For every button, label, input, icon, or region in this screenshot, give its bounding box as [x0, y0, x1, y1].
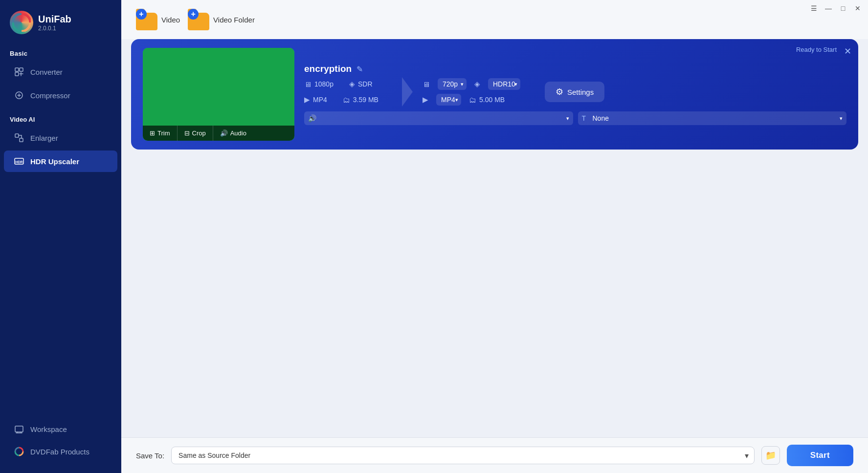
video-title-row: encryption ✎ — [304, 64, 846, 74]
dvdfab-label: DVDFab Products — [30, 448, 89, 456]
close-button[interactable]: ✕ — [853, 4, 862, 13]
workspace-icon — [14, 424, 24, 434]
output-hdr-item: ◈ — [467, 78, 488, 90]
add-video-button[interactable]: + Video — [136, 9, 180, 30]
sidebar-item-compressor[interactable]: Compressor — [4, 85, 117, 106]
add-folder-icon-wrap: + — [188, 9, 209, 30]
audio-subtitle-row: 🔊 Track 1 Track 2 ▾ T None — [304, 111, 846, 125]
compressor-label: Compressor — [30, 91, 70, 100]
input-col: 🖥 1080p ◈ SDR ▶ — [304, 78, 392, 106]
sidebar-item-dvdfab[interactable]: DVDFab Products — [4, 441, 117, 462]
start-button[interactable]: Start — [787, 445, 853, 466]
basic-section-label: Basic — [0, 45, 121, 60]
output-col: 🖥 720p 1080p 4K — [423, 78, 540, 106]
size-icon: 🗂 — [343, 96, 350, 104]
add-folder-button[interactable]: + Video Folder — [188, 9, 255, 30]
audio-label: Audio — [230, 129, 246, 137]
main-content: ☰ — □ ✕ + Video + Video Folder — [121, 0, 868, 473]
video-thumbnail: ⊞ Trim ⊟ Crop 🔊 Audio — [143, 48, 294, 141]
video-title: encryption — [304, 64, 352, 74]
input-resolution: 1080p — [314, 80, 334, 88]
settings-label: Settings — [567, 88, 594, 96]
start-label: Start — [810, 451, 830, 460]
card-status: Ready to Start — [796, 46, 837, 53]
output-meta-row-2: ▶ MP4 MKV AVI 🗂 — [423, 93, 540, 106]
hdr-icon: ◈ — [349, 80, 355, 88]
input-hdr: SDR — [358, 80, 373, 88]
sidebar-logo: UniFab 2.0.0.1 — [0, 0, 121, 45]
svg-rect-3 — [15, 72, 19, 76]
sidebar: UniFab 2.0.0.1 Basic Converter — [0, 0, 121, 473]
trim-icon: ⊞ — [150, 129, 155, 137]
format-select[interactable]: MP4 MKV AVI — [436, 94, 461, 106]
sidebar-item-hdr-upscaler[interactable]: HDR HDR Upscaler — [4, 150, 117, 172]
trim-label: Trim — [157, 129, 170, 137]
add-video-label: Video — [161, 16, 180, 24]
resolution-select[interactable]: 720p 1080p 4K — [438, 78, 467, 90]
audio-icon: 🔊 — [220, 129, 228, 137]
save-path-select[interactable]: Same as Source Folder Custom... — [171, 447, 755, 464]
audio-track-select[interactable]: Track 1 Track 2 — [304, 111, 573, 125]
sidebar-item-converter[interactable]: Converter — [4, 61, 117, 83]
settings-button[interactable]: ⚙ Settings — [545, 82, 604, 102]
output-size: 5.00 MB — [479, 96, 505, 104]
format-select-wrap: MP4 MKV AVI — [436, 94, 461, 106]
converter-icon — [14, 66, 24, 77]
subtitle-select-wrap: T None English ▾ — [578, 111, 847, 125]
card-close-button[interactable]: ✕ — [844, 46, 851, 57]
output-meta-row-1: 🖥 720p 1080p 4K — [423, 78, 540, 90]
folder-browse-button[interactable]: 📁 — [761, 446, 780, 465]
compressor-icon — [14, 90, 24, 101]
sidebar-item-enlarger[interactable]: Enlarger — [4, 127, 117, 149]
io-row: 🖥 1080p ◈ SDR ▶ — [304, 77, 846, 107]
app-version: 2.0.0.1 — [38, 25, 71, 32]
app-name: UniFab — [38, 14, 71, 25]
hdr-select[interactable]: HDR10 SDR HLG — [488, 78, 520, 90]
audio-select-wrap: 🔊 Track 1 Track 2 ▾ — [304, 111, 573, 125]
sidebar-bottom: Workspace DVDFab Products — [0, 417, 121, 473]
hdr-upscaler-label: HDR Upscaler — [30, 157, 79, 166]
minimize-button[interactable]: — — [824, 4, 833, 13]
sidebar-item-workspace[interactable]: Workspace — [4, 418, 117, 440]
resolution-icon: 🖥 — [304, 80, 312, 88]
subtitle-select[interactable]: None English — [578, 111, 847, 125]
input-format-item: ▶ MP4 — [304, 93, 335, 106]
video-list: Ready to Start ✕ ⊞ Trim ⊟ Crop — [121, 39, 868, 437]
crop-label: Crop — [192, 129, 206, 137]
io-section: encryption ✎ 🖥 1080p — [304, 64, 846, 125]
audio-button[interactable]: 🔊 Audio — [213, 126, 253, 141]
svg-rect-5 — [15, 134, 19, 137]
add-video-icon-wrap: + — [136, 9, 157, 30]
enlarger-icon — [14, 132, 24, 143]
folder-plus-icon-2: + — [188, 9, 199, 20]
svg-rect-9 — [15, 426, 23, 432]
svg-text:HDR: HDR — [15, 160, 22, 164]
input-meta-row-1: 🖥 1080p ◈ SDR — [304, 78, 392, 90]
dvdfab-icon — [14, 446, 24, 457]
crop-button[interactable]: ⊟ Crop — [178, 126, 213, 141]
trim-button[interactable]: ⊞ Trim — [143, 126, 178, 141]
menu-button[interactable]: ☰ — [809, 4, 818, 13]
maximize-button[interactable]: □ — [839, 4, 847, 13]
video-ai-section-label: Video AI — [0, 107, 121, 126]
input-resolution-item: 🖥 1080p — [304, 78, 341, 90]
format-icon: ▶ — [304, 95, 310, 104]
crop-icon: ⊟ — [184, 129, 190, 137]
output-resolution-icon: 🖥 — [423, 80, 430, 88]
hdr-select-wrap: HDR10 SDR HLG — [488, 78, 520, 90]
edit-icon[interactable]: ✎ — [356, 64, 363, 74]
toolbar: + Video + Video Folder — [121, 0, 868, 39]
add-folder-label: Video Folder — [213, 16, 255, 24]
folder-browse-icon: 📁 — [765, 450, 776, 461]
logo-text: UniFab 2.0.0.1 — [38, 14, 71, 32]
input-meta-row-2: ▶ MP4 🗂 3.59 MB — [304, 93, 392, 106]
titlebar: ☰ — □ ✕ — [803, 0, 868, 17]
input-size-item: 🗂 3.59 MB — [335, 94, 386, 106]
workspace-label: Workspace — [30, 425, 67, 433]
svg-rect-2 — [20, 68, 23, 71]
folder-plus-icon: + — [136, 9, 147, 20]
save-path-wrap: Same as Source Folder Custom... — [171, 447, 755, 464]
hdr-upscaler-icon: HDR — [14, 156, 24, 167]
output-hdr-icon: ◈ — [474, 80, 480, 88]
video-card: Ready to Start ✕ ⊞ Trim ⊟ Crop — [131, 39, 858, 150]
